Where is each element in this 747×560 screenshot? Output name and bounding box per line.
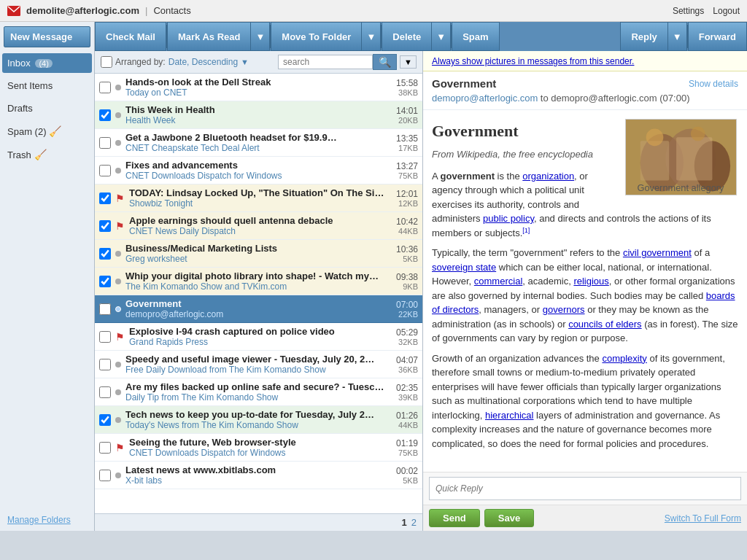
table-row[interactable]: ⚑ Explosive I-94 crash captured on polic… — [95, 323, 422, 351]
row-checkbox[interactable] — [99, 192, 111, 204]
table-row[interactable]: ⚑ TODAY: Lindsay Locked Up, "The Situati… — [95, 184, 422, 212]
row-checkbox[interactable] — [99, 359, 111, 370]
row-checkbox[interactable] — [99, 165, 111, 176]
show-details-link[interactable]: Show details — [689, 79, 738, 89]
email-content: Tech news to keep you up-to-date for Tue… — [125, 409, 392, 430]
reply-button[interactable]: Reply — [620, 22, 667, 51]
logout-link[interactable]: Logout — [713, 6, 740, 16]
table-row[interactable]: Government demopro@afterlogic.com 07:00 … — [95, 295, 422, 323]
sidebar-item-sent[interactable]: Sent Items — [0, 74, 94, 97]
email-from: Greg worksheet — [125, 254, 392, 264]
row-checkbox[interactable] — [99, 82, 111, 93]
table-row[interactable]: Latest news at www.xbitlabs.com X-bit la… — [95, 462, 422, 489]
table-row[interactable]: Tech news to keep you up-to-date for Tue… — [95, 406, 422, 434]
email-content: Fixes and advancements CNET Downloads Di… — [125, 160, 392, 181]
email-meta: 04:07 36KB — [396, 355, 418, 374]
public-policy-link[interactable]: public policy — [483, 213, 534, 224]
topbar: demolite@afterlogic.com | Contacts Setti… — [0, 0, 747, 22]
email-content: Get a Jawbone 2 Bluetooth headset for $1… — [125, 132, 392, 153]
manage-folders-link[interactable]: Manage Folders — [0, 509, 94, 531]
move-to-folder-button[interactable]: Move To Folder — [271, 22, 362, 51]
table-row[interactable]: Are my files backed up online safe and s… — [95, 378, 422, 406]
governors-link[interactable]: governors — [543, 304, 585, 315]
show-pictures-link[interactable]: Always show pictures in messages from th… — [432, 56, 634, 66]
send-button[interactable]: Send — [429, 509, 480, 527]
mark-as-read-button[interactable]: Mark As Read — [167, 22, 252, 51]
row-checkbox[interactable] — [99, 109, 111, 121]
forward-button[interactable]: Forward — [688, 22, 747, 51]
row-checkbox[interactable] — [99, 276, 111, 287]
table-row[interactable]: Fixes and advancements CNET Downloads Di… — [95, 157, 422, 184]
table-row[interactable]: Business/Medical Marketing Lists Greg wo… — [95, 240, 422, 268]
spam-button[interactable]: Spam — [452, 22, 499, 51]
move-to-folder-arrow[interactable]: ▼ — [362, 22, 381, 51]
row-checkbox[interactable] — [99, 414, 111, 426]
reply-arrow[interactable]: ▼ — [668, 22, 687, 51]
unread-dot — [115, 389, 121, 395]
row-checkbox[interactable] — [99, 248, 111, 260]
email-size: 44KB — [398, 227, 418, 236]
save-button[interactable]: Save — [484, 509, 534, 527]
table-row[interactable]: Whip your digital photo library into sha… — [95, 268, 422, 295]
email-meta: 10:42 44KB — [396, 217, 418, 236]
sort-arrow-icon[interactable]: ▼ — [241, 58, 249, 66]
preview-from-name: Government — [432, 77, 496, 90]
row-checkbox[interactable] — [99, 386, 111, 398]
sidebar-item-drafts[interactable]: Drafts — [0, 97, 94, 120]
table-row[interactable]: Speedy and useful image viewer - Tuesday… — [95, 351, 422, 378]
commercial-link[interactable]: commercial — [474, 276, 522, 287]
complexity-link[interactable]: complexity — [602, 353, 646, 364]
row-checkbox[interactable] — [99, 470, 111, 481]
email-meta: 00:02 5KB — [396, 466, 418, 485]
preview-notice: Always show pictures in messages from th… — [423, 51, 747, 71]
email-size: 44KB — [398, 421, 418, 429]
select-all-checkbox[interactable] — [101, 56, 112, 68]
civil-govt-link[interactable]: civil government — [623, 247, 692, 258]
organization-link[interactable]: organization — [522, 171, 574, 182]
search-input[interactable] — [278, 55, 373, 69]
delete-button[interactable]: Delete — [382, 22, 432, 51]
table-row[interactable]: ⚑ Apple earnings should quell antenna de… — [95, 212, 422, 240]
flag-icon: ⚑ — [115, 192, 125, 204]
religious-link[interactable]: religious — [573, 276, 608, 287]
email-size: 75KB — [398, 171, 418, 180]
list-options-button[interactable]: ▼ — [400, 55, 417, 69]
table-row[interactable]: This Week in Health Health Week 14:01 20… — [95, 101, 422, 129]
row-checkbox[interactable] — [99, 303, 111, 315]
page-1-link[interactable]: 1 — [402, 517, 407, 528]
preview-to-line: demopro@afterlogic.com to demopro@afterl… — [432, 93, 738, 104]
topbar-separator: | — [145, 5, 147, 16]
hierarchical-link[interactable]: hierarchical — [485, 410, 533, 421]
settings-link[interactable]: Settings — [673, 6, 704, 16]
row-checkbox[interactable] — [99, 220, 111, 232]
arranged-label: Arranged by: — [115, 57, 166, 67]
row-checkbox[interactable] — [99, 137, 111, 149]
table-row[interactable]: Hands-on look at the Dell Streak Today o… — [95, 74, 422, 101]
row-checkbox[interactable] — [99, 442, 111, 454]
sidebar-item-inbox[interactable]: Inbox (4) — [2, 53, 92, 73]
councils-link[interactable]: councils of elders — [568, 319, 641, 330]
preview-from-email[interactable]: demopro@afterlogic.com — [432, 93, 538, 104]
contacts-link[interactable]: Contacts — [153, 5, 190, 16]
mark-as-read-arrow[interactable]: ▼ — [251, 22, 270, 51]
delete-arrow[interactable]: ▼ — [432, 22, 451, 51]
switch-to-full-form-link[interactable]: Switch To Full Form — [665, 513, 741, 524]
page-2-link[interactable]: 2 — [411, 517, 417, 528]
row-checkbox[interactable] — [99, 331, 111, 343]
sidebar-item-trash[interactable]: Trash 🧹 — [0, 143, 94, 166]
sovereign-state-link[interactable]: sovereign state — [432, 262, 496, 273]
check-mail-button[interactable]: Check Mail — [95, 22, 166, 51]
email-subject: Business/Medical Marketing Lists — [125, 243, 392, 254]
email-content: Latest news at www.xbitlabs.com X-bit la… — [125, 464, 392, 486]
search-button[interactable]: 🔍 — [373, 54, 397, 70]
new-message-button[interactable]: New Message — [4, 26, 90, 47]
email-time: 13:35 — [396, 133, 418, 144]
table-row[interactable]: Get a Jawbone 2 Bluetooth headset for $1… — [95, 129, 422, 157]
email-time: 10:42 — [396, 217, 418, 227]
email-meta: 13:35 17KB — [396, 133, 418, 152]
quick-reply-input[interactable] — [429, 477, 741, 500]
sidebar-item-spam[interactable]: Spam (2) 🧹 — [0, 120, 94, 143]
email-from: Showbiz Tonight — [129, 198, 392, 209]
sort-select[interactable]: Date, Descending — [169, 57, 238, 67]
table-row[interactable]: ⚑ Seeing the future, Web browser-style C… — [95, 434, 422, 462]
